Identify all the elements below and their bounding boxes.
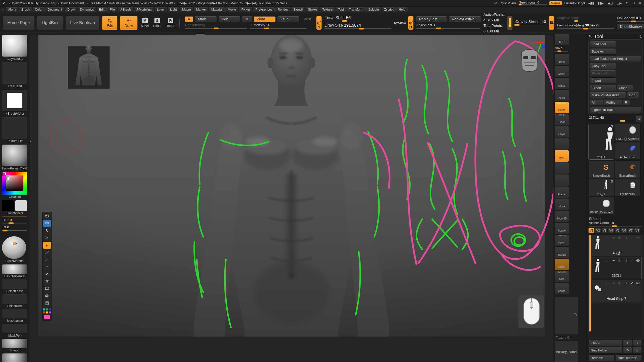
camera-button[interactable]	[549, 16, 554, 30]
pair-icon[interactable]	[612, 281, 616, 285]
picker-arrow-icon[interactable]: ↖	[588, 34, 592, 39]
texture-on-label[interactable]: Texture On	[554, 336, 579, 339]
menu-item[interactable]: Zscript	[382, 7, 396, 12]
draw-size-slider[interactable]: Draw Size191.5874	[324, 23, 392, 30]
menu-item[interactable]: Texture	[320, 7, 335, 12]
subtool-footer-button[interactable]: ↳	[633, 347, 642, 353]
menu-item[interactable]: Render	[275, 7, 290, 12]
menu-item[interactable]: Transform	[347, 7, 366, 12]
palette-color[interactable]	[49, 311, 51, 314]
restore-button[interactable]: ❐	[631, 2, 635, 5]
quicksave-button[interactable]: QuickSave	[501, 1, 517, 5]
menu-item[interactable]: J-Brush	[118, 7, 133, 12]
see-through-slider[interactable]: See-through 0	[519, 1, 547, 6]
spix-slider[interactable]: SPix 3	[554, 46, 569, 53]
zcut-button[interactable]: Zcut	[301, 16, 314, 22]
menu-item[interactable]: Movie	[225, 7, 238, 12]
subtool-tab[interactable]: V7	[628, 228, 634, 233]
tool-panel-button[interactable]: Make PolyMesh3D	[590, 92, 626, 98]
edit-button[interactable]: Edit	[102, 16, 117, 30]
menu-item[interactable]: File	[107, 7, 117, 12]
brush-claybuildup[interactable]: ClayBuildup	[2, 35, 28, 61]
ghost-button[interactable]: Ghost	[554, 259, 569, 270]
draw-button[interactable]: Draw	[120, 16, 138, 30]
secondary-color-swatch[interactable]	[15, 200, 27, 211]
subtool-tab[interactable]: V6	[621, 228, 627, 233]
brush-smoothvalleys[interactable]: SmoothValleys	[2, 353, 28, 362]
local-symmetry-button[interactable]: L.Sym	[554, 126, 569, 138]
menu-item[interactable]: Stroke	[306, 7, 319, 12]
hamburger-icon[interactable]: ≡	[1, 8, 5, 12]
menu-item[interactable]: Dynamics	[78, 7, 96, 12]
angle-of-view-slider[interactable]: Angle Of View	[556, 16, 614, 22]
brush-maskpen[interactable]: MaskPen	[2, 324, 28, 338]
actual-button[interactable]: x1 Actual	[554, 78, 569, 89]
zoom3d-button[interactable]: Zoom3D	[554, 210, 569, 222]
subtool-footer-button[interactable]: Rename	[588, 354, 615, 361]
tool-r-button[interactable]: R	[635, 116, 642, 122]
document-canvas[interactable]	[30, 33, 553, 337]
tool-panel-button[interactable]: Import	[590, 77, 616, 84]
menu-item[interactable]: Material	[209, 7, 225, 12]
menu-item[interactable]: Help	[396, 7, 408, 12]
move-button[interactable]: MMove	[140, 16, 150, 30]
menu-item[interactable]: Stencil	[291, 7, 305, 12]
rotate-z-button[interactable]: Z	[554, 174, 569, 186]
z-intensity-slider[interactable]: Z Intensity20	[249, 23, 307, 30]
m-button[interactable]: M	[242, 16, 252, 22]
subtool-footer-button[interactable]: ↓	[633, 339, 642, 346]
floor-button[interactable]: X Y Z Floor	[554, 114, 569, 126]
uv-icon[interactable]	[624, 236, 628, 240]
tool-panel-button[interactable]: Copy Tool	[590, 63, 616, 69]
texture-off[interactable]: Texture Off	[2, 117, 28, 143]
material-basicmaterialb[interactable]: BasicMaterialB	[2, 264, 28, 278]
zoom-button[interactable]: Zoom	[554, 66, 569, 77]
canvas-zone[interactable]: ↶	[30, 33, 553, 362]
tool-panel-button[interactable]: Clone	[617, 85, 633, 91]
menu-item[interactable]: Layer	[155, 7, 167, 12]
refresh-icon[interactable]: ↻	[639, 34, 642, 39]
main-color-swatch[interactable]	[2, 200, 14, 211]
rgb-button[interactable]: Rgb	[218, 16, 240, 22]
move-view-button[interactable]: Move	[554, 198, 569, 210]
tool-simplebrush[interactable]: S SimpleBrush	[588, 160, 614, 178]
tool-panel-button[interactable]: R	[623, 99, 630, 106]
menu-item[interactable]: Tool	[336, 7, 346, 12]
polypaint-icon[interactable]	[618, 258, 622, 262]
tool-panel-button[interactable]: GoZ	[627, 92, 639, 98]
polypaint-icon[interactable]	[618, 281, 622, 285]
tool-panel-button[interactable]: Load Tools From Project	[590, 56, 641, 62]
camera-lock-button[interactable]	[554, 138, 569, 150]
menu-item[interactable]: Picker	[239, 7, 252, 12]
rotate-view-button[interactable]: Rotate	[554, 222, 569, 234]
scale-button[interactable]: SScale	[152, 16, 163, 30]
pen-disabled-tool[interactable]	[43, 235, 51, 242]
reference-thumbnail[interactable]	[68, 45, 109, 88]
copy-down-icon[interactable]: ⤵	[606, 258, 610, 262]
subtool-footer-button[interactable]: New Folder	[588, 347, 622, 353]
overlay-app-icon[interactable]	[43, 213, 51, 220]
clear-button[interactable]	[43, 278, 51, 285]
visible-count-slider[interactable]: Visible Count14	[588, 221, 642, 227]
tool-panel-button[interactable]: Paste Tool	[590, 70, 616, 76]
replay-last-button[interactable]: ReplayLast	[416, 16, 447, 22]
live-boolean-button[interactable]: Live Boolean	[65, 16, 100, 30]
pair-icon[interactable]	[612, 258, 616, 262]
ahalf-button[interactable]: AHalf	[554, 90, 569, 102]
texture-slot-icon[interactable]	[179, 17, 180, 29]
tool-panel-button[interactable]: Save As	[590, 48, 616, 55]
gradient-label[interactable]: Gradient	[2, 195, 28, 199]
accucurve-button[interactable]: AccuCurve	[2, 233, 27, 233]
subtool-tab[interactable]: V4	[608, 228, 614, 233]
tool-panel-button[interactable]: Export	[590, 85, 616, 91]
rotate-xyz-button[interactable]: XYZ XYZ	[554, 150, 569, 162]
menu-item[interactable]: Brush	[19, 7, 32, 12]
brush-selectlasso[interactable]: SelectLasso	[2, 279, 28, 293]
subtool-footer-button[interactable]: ↑	[623, 339, 632, 346]
menus-button[interactable]: Menus	[549, 1, 562, 5]
palette-grid[interactable]	[43, 307, 51, 314]
adjust-last-slider[interactable]: AdjustLast1	[416, 23, 481, 30]
close-button[interactable]: ✕	[638, 2, 642, 5]
polyframe-button[interactable]: Line Fill PolyF	[554, 235, 569, 246]
color-swatch-a[interactable]: A	[185, 16, 193, 22]
